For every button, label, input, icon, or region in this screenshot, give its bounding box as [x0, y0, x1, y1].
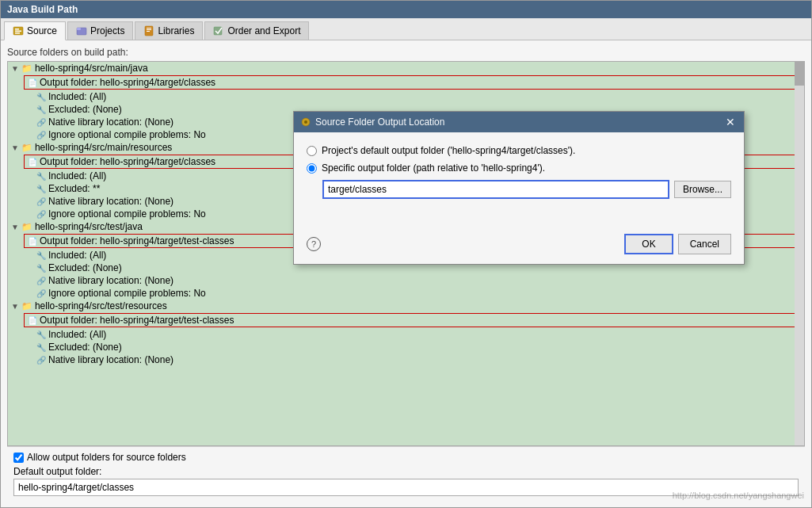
modal-body: Project's default output folder ('hello-…	[294, 132, 744, 227]
native-label-1: Native library location: (None)	[48, 116, 173, 128]
svg-rect-1	[15, 29, 19, 30]
folder-icon-3: 📁	[21, 222, 32, 232]
radio-default-output[interactable]	[307, 146, 317, 156]
default-output-label: Default output folder:	[13, 466, 799, 477]
svg-rect-3	[15, 32, 20, 34]
order-export-tab-icon	[213, 25, 224, 36]
included-label-3: Included: (All)	[48, 250, 106, 261]
path-input[interactable]	[322, 180, 669, 199]
tab-source-label: Source	[27, 25, 57, 36]
prop-icon-1a: 🔧	[36, 93, 46, 101]
prop-icon-4b: 🔧	[36, 343, 46, 352]
output-folder-icon-3: 📄	[28, 237, 37, 246]
svg-point-12	[304, 120, 307, 124]
allow-output-folders-row: Allow output folders for source folders	[13, 452, 799, 463]
scrollbar-thumb[interactable]	[795, 62, 804, 86]
tab-order-export-label: Order and Export	[227, 25, 300, 36]
projects-tab-icon	[76, 25, 87, 36]
excluded-label-2: Excluded: **	[48, 183, 100, 194]
output-folder-icon-4: 📄	[28, 316, 37, 325]
prop-icon-1d: 🔗	[36, 131, 46, 139]
tab-libraries-label: Libraries	[158, 25, 194, 36]
folder-label-2: hello-spring4/src/main/resources	[35, 142, 172, 153]
prop-icon-2b: 🔧	[36, 185, 46, 193]
tab-libraries[interactable]: Libraries	[135, 21, 203, 40]
main-window: Java Build Path Source Projects Librarie…	[0, 0, 812, 508]
prop-icon-4a: 🔧	[36, 330, 46, 339]
tree-folder-src-test-resources[interactable]: ▼ 📁 hello-spring4/src/test/resources	[8, 300, 804, 312]
tab-projects[interactable]: Projects	[67, 21, 133, 40]
svg-rect-7	[147, 28, 151, 29]
folder-label-1: hello-spring4/src/main/java	[35, 63, 148, 74]
excluded-label-3: Excluded: (None)	[48, 262, 122, 273]
prop-icon-2c: 🔗	[36, 197, 46, 206]
radio-specific-output-label: Specific output folder (path relative to…	[322, 162, 545, 174]
watermark: http://blog.csdn.net/yangshangwei	[673, 491, 804, 500]
excluded-label-4: Excluded: (None)	[48, 342, 122, 353]
included-item-4: 🔧 Included: (All)	[8, 328, 804, 341]
output-item-4[interactable]: 📄 Output folder: hello-spring4/target/te…	[24, 313, 804, 327]
ok-button[interactable]: OK	[624, 234, 673, 254]
modal-title: Source Folder Output Location	[315, 116, 444, 128]
excluded-item-4: 🔧 Excluded: (None)	[8, 341, 804, 353]
prop-icon-3a: 🔧	[36, 251, 46, 260]
native-item-4: 🔗 Native library location: (None)	[8, 353, 804, 366]
ignore-label-1: Ignore optional compile problems: No	[48, 129, 206, 140]
scrollbar-track[interactable]	[795, 62, 804, 445]
folder-icon-1: 📁	[21, 63, 32, 74]
title-bar: Java Build Path	[1, 1, 811, 18]
prop-icon-3d: 🔗	[36, 289, 46, 298]
included-label-2: Included: (All)	[48, 170, 106, 181]
native-label-4: Native library location: (None)	[48, 354, 173, 365]
modal-title-bar: Source Folder Output Location ✕	[294, 112, 744, 132]
modal-close-button[interactable]: ✕	[723, 116, 738, 128]
modal-dialog: Source Folder Output Location ✕ Project'…	[293, 111, 745, 265]
tab-source[interactable]: Source	[4, 21, 66, 40]
ignore-label-3: Ignore optional compile problems: No	[48, 288, 206, 299]
included-item-1: 🔧 Included: (All)	[8, 90, 804, 103]
output-item-1[interactable]: 📄 Output folder: hello-spring4/target/cl…	[24, 75, 804, 90]
included-label-1: Included: (All)	[48, 91, 106, 102]
prop-icon-2d: 🔗	[36, 210, 46, 219]
tab-bar: Source Projects Libraries Order and Expo…	[1, 18, 811, 40]
excluded-label-1: Excluded: (None)	[48, 104, 122, 115]
expand-arrow-3: ▼	[11, 223, 19, 231]
prop-icon-1c: 🔗	[36, 118, 46, 127]
prop-icon-1b: 🔧	[36, 105, 46, 114]
output-label-1: Output folder: hello-spring4/target/clas…	[40, 77, 215, 88]
folder-label-4: hello-spring4/src/test/resources	[35, 300, 167, 311]
output-folder-icon-2: 📄	[28, 158, 37, 166]
browse-button[interactable]: Browse...	[674, 181, 731, 198]
radio-specific-output[interactable]	[307, 163, 317, 174]
svg-rect-5	[77, 28, 81, 30]
allow-output-folders-label[interactable]: Allow output folders for source folders	[27, 452, 186, 463]
output-label-2: Output folder: hello-spring4/target/clas…	[40, 156, 215, 167]
modal-footer: ? OK Cancel	[294, 227, 744, 264]
output-label-4: Output folder: hello-spring4/target/test…	[40, 315, 234, 326]
libraries-tab-icon	[143, 25, 154, 36]
tab-projects-label: Projects	[90, 25, 124, 36]
expand-arrow-1: ▼	[11, 64, 19, 73]
native-item-3: 🔗 Native library location: (None)	[8, 274, 804, 287]
modal-button-group: OK Cancel	[624, 234, 731, 254]
folder-label-3: hello-spring4/src/test/java	[35, 221, 143, 232]
radio-row-1: Project's default output folder ('hello-…	[307, 145, 731, 156]
prop-icon-3b: 🔧	[36, 264, 46, 273]
svg-rect-2	[15, 31, 21, 32]
expand-arrow-4: ▼	[11, 302, 19, 311]
output-folder-icon-1: 📄	[28, 78, 37, 87]
modal-title-left: Source Folder Output Location	[300, 116, 444, 128]
radio-row-2: Specific output folder (path relative to…	[307, 162, 731, 174]
help-icon[interactable]: ?	[307, 237, 321, 251]
tree-folder-src-main-java[interactable]: ▼ 📁 hello-spring4/src/main/java	[8, 62, 804, 74]
tab-order-export[interactable]: Order and Export	[204, 21, 309, 40]
cancel-button[interactable]: Cancel	[678, 234, 731, 254]
radio-default-output-label: Project's default output folder ('hello-…	[322, 145, 575, 156]
allow-output-folders-checkbox[interactable]	[13, 453, 24, 463]
included-label-4: Included: (All)	[48, 329, 106, 340]
folder-icon-2: 📁	[21, 143, 32, 153]
native-label-2: Native library location: (None)	[48, 196, 173, 207]
svg-rect-9	[147, 31, 150, 32]
output-label-3: Output folder: hello-spring4/target/test…	[40, 235, 234, 246]
prop-icon-2a: 🔧	[36, 172, 46, 181]
